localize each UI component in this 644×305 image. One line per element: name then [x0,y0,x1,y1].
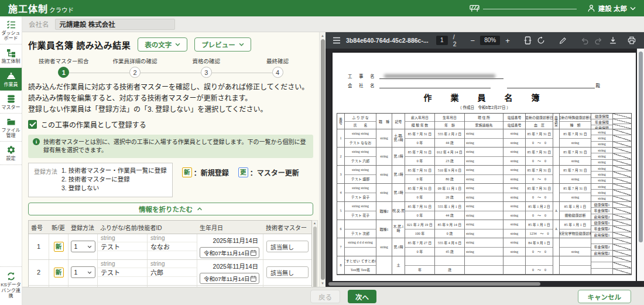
zoom-in-button[interactable]: + [505,36,510,45]
legend-item: 更 ：マスター更新 [238,167,299,177]
rotate-icon[interactable] [537,35,545,46]
menu-icon[interactable] [333,35,341,46]
sidebar-item-settei[interactable]: 設定 [0,142,22,165]
doc-roster-table: 番号 ふ り が な氏 名 職 種 記号 雇入年月日経 験 年 数 生年月日年 … [337,113,632,275]
table-text-dropdown[interactable]: 表の文字 [138,37,187,52]
doc-name-cell: string stringテスト 六郎 [345,148,376,166]
table-vertical-scrollbar[interactable]: ▲ ▼ [312,220,318,287]
doc-special-checkup-cell [560,256,591,275]
master-match-field[interactable]: 該当無し [266,241,309,252]
register-method-option: 3. 登録しない [61,184,167,193]
doc-name-cell: string stringテスト 花子 [345,202,376,220]
collapse-info-button[interactable]: 情報を折りたたむ [28,203,313,215]
doc-col-header: 最新の特殊健康診断日種 類 [560,114,591,129]
doc-bloodtype-cell [553,166,560,184]
doc-insurance-mark-cell [613,166,631,184]
zoom-level[interactable]: 80% [480,36,500,45]
col-header: 技術者マスター [263,221,311,234]
back-button[interactable]: 戻る [310,290,340,303]
register-method-select[interactable]: 1 [71,241,95,252]
step-2: 作業員詳細の確認 2 [100,57,171,79]
birthdate-input[interactable]: 令和07年11月14日 [200,247,259,258]
name-cell-mei[interactable]: string六郎 [148,260,197,285]
birthdate-cell: 2025年11月14日 令和07年11月14日 [197,234,263,259]
master-match-field[interactable]: 該当無し [266,266,309,278]
doc-job-cell: string [376,129,392,148]
user-menu[interactable]: 建設 太郎 [587,4,636,13]
name-cell-sei[interactable]: stringテスト [98,234,148,259]
step-3: 資格の確認 3 [171,57,242,79]
panel-vertical-scrollbar[interactable]: ▲ ▼ [319,32,326,287]
fit-page-icon[interactable] [524,35,532,46]
sidebar-item-label: 設定 [6,156,16,161]
cancel-button[interactable]: キャンセル [578,290,632,303]
org-chart-icon [6,48,16,57]
col-header: ふりがな/名前/技能者ID [98,221,197,234]
project-selector[interactable] [470,4,577,12]
annotate-pen-icon[interactable] [559,35,567,46]
doc-address-cell: stringstring [465,166,503,184]
page-number-input[interactable]: 1 [436,36,448,45]
doc-dono: 殿 [596,82,602,88]
sidebar-item-file-kanri[interactable]: ファイル管理 [0,114,22,142]
preview-dropdown[interactable]: プレビュー [194,37,251,52]
doc-tel-cell: stringstring [503,184,526,202]
pdf-filename: 3b84e640-764d-45c2-886c-... [346,37,429,44]
sidebar-item-label: ダッシュボード [1,30,21,41]
sidebar-item-label: 作業員 [4,82,18,87]
register-method-box: 登録方法 1. 技術者マスター・作業員一覧に登録2. 技術者マスターに登録3. … [28,163,173,197]
birthdate-input[interactable]: 令和07年11月14日 [200,273,259,284]
import-result-panel: 作業員名簿 読み込み結果 表の文字 プレビュー 技術者マスター照合 1 作業員詳… [22,32,326,287]
doc-name-cell: string stringテスト 良子 [345,184,376,202]
sidebar-item-master[interactable]: マスター [0,91,22,114]
info-note-text: 技術者マスターとは別に、選択中の工事に入場する作業員として登録します。下の一覧か… [43,138,309,155]
doc-address-cell: stringstring [465,238,503,256]
scrollbar-thumb[interactable] [639,52,643,242]
name-cell-sei[interactable]: stringテスト [98,260,148,285]
project-name-redacted [483,8,577,9]
redo-icon[interactable] [594,35,602,46]
info-note: i 技術者マスターとは別に、選択中の工事に入場する作業員として登録します。下の一… [28,135,313,158]
doc-hire-cell: 85 年 7 月 31 日0 年 [405,202,435,220]
doc-special-checkup-cell: string [560,238,591,256]
doc-job-cell: string [376,148,392,166]
pdf-vertical-scrollbar[interactable] [637,49,644,281]
step-circle: 1 [58,67,69,78]
doc-hire-cell: 85 年 7 月 27 日0 年 [405,238,435,256]
pdf-horizontal-scrollbar[interactable] [326,281,637,287]
pdf-canvas[interactable]: 工 事 名 会 社 名 殿 作 業 員 名 簿 （ 作成日 令和6年2月27日 … [326,49,637,281]
undo-icon[interactable] [581,35,589,46]
doc-checkup-cell: 85 年 7 月 31 日0 〜 0 [526,129,553,148]
step-indicator: 技術者マスター照合 1 作業員詳細の確認 2 資格の確認 3 最終確認 4 [28,57,313,79]
sidebar-item-dashboard[interactable]: ダッシュボード [0,16,22,44]
doc-checkup-cell: 84 年 9 月 1 日0 〜 0 [526,238,553,256]
name-cell-mei[interactable]: stringななお [148,234,197,259]
doc-insurance-cell: 年金保険2雇用保険2 [591,238,613,256]
step-4: 最終確認 4 [242,57,313,79]
scrollbar-thumb[interactable] [313,227,317,287]
doc-special-checkup-cell: 85 年 1 月 1 日特定化学物質健康診断 [560,220,591,238]
doc-insurance-mark-cell [613,220,631,238]
doc-birth-cell: 555 年 1 月 1 日44 歳 [435,202,465,220]
sidebar-item-ks-databank[interactable]: KSデータバンク連携 [0,266,22,301]
scrollbar-thumb[interactable] [328,282,540,286]
sidebar-item-sagyouin[interactable]: 作業員 [0,68,22,91]
print-icon[interactable] [626,35,637,46]
zoom-out-button[interactable]: − [471,36,475,45]
register-checkbox[interactable] [28,120,37,129]
next-button[interactable]: 次へ [348,290,376,303]
row-number: 1 [29,234,49,259]
legend-item: 新 ：新規登録 [182,167,229,177]
doc-mark-cell: 土 [392,256,405,275]
sidebar-item-sekou-taisei[interactable]: 施工体制 [0,44,22,67]
sidebar-item-label: KSデータバンク連携 [1,282,21,299]
register-method-select[interactable]: 1 [71,266,95,278]
sidebar-item-label: 施工体制 [2,59,20,64]
doc-row-number: 3 [337,166,345,184]
doc-bloodtype-cell: A [553,220,560,238]
scrollbar-thumb[interactable] [321,39,325,280]
download-icon[interactable] [608,35,618,46]
doc-mark-cell: 習,1時 [392,238,405,256]
doc-insurance-mark-cell [613,184,631,202]
doc-title: 作 業 員 名 簿 [348,91,621,103]
